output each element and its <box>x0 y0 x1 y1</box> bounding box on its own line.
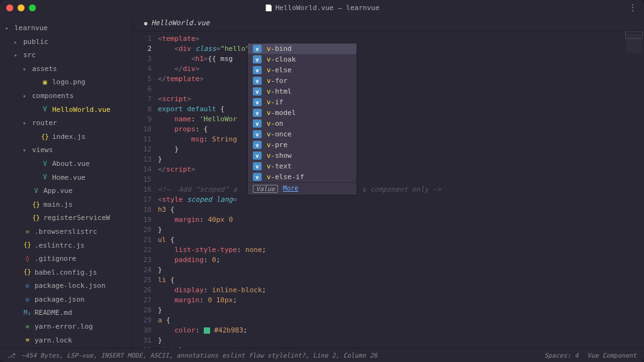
tree-item[interactable]: ⊙package-lock.json <box>5 279 127 293</box>
tree-item[interactable]: ▣logo.png <box>5 75 127 89</box>
tree-item[interactable]: {}main.js <box>5 198 127 212</box>
tree-item[interactable]: ≡yarn.lock <box>5 334 127 348</box>
code-line[interactable]: } <box>158 336 644 346</box>
code-line[interactable]: <h1>{{ msg <box>158 54 644 64</box>
line-number: 24 <box>133 265 152 275</box>
tree-item[interactable]: public <box>5 35 127 49</box>
status-spaces[interactable]: Spaces: 4 <box>545 352 579 359</box>
code-line[interactable]: } <box>158 265 644 275</box>
tree-item[interactable]: learnvue <box>5 21 127 35</box>
code-line[interactable]: li { <box>158 275 644 285</box>
tree-item[interactable]: VApp.vue <box>5 184 127 198</box>
line-number: 13 <box>133 155 152 165</box>
tree-item[interactable]: {}.eslintrc.js <box>5 239 127 253</box>
chevron-icon <box>14 50 20 61</box>
minimize-button[interactable] <box>18 4 25 11</box>
tree-item-label: assets <box>32 63 57 75</box>
code-line[interactable]: name: 'HelloWor <box>158 114 644 124</box>
autocomplete-item[interactable]: vv-else-if <box>248 172 357 182</box>
code-line[interactable] <box>158 175 644 185</box>
code-area[interactable]: <template> <div class="hello" v-> <h1>{{… <box>158 31 644 348</box>
code-line[interactable]: ul { <box>158 235 644 245</box>
overflow-menu-button[interactable]: ⋮ <box>628 3 638 13</box>
autocomplete-item[interactable]: vv-on <box>248 118 357 129</box>
tree-item-label: components <box>32 90 74 102</box>
code-line[interactable]: msg: String <box>158 134 644 145</box>
autocomplete-item[interactable]: vv-else <box>248 65 357 75</box>
code-line[interactable]: <!— Add "scoped" a s component only —> <box>158 185 644 195</box>
code-line[interactable] <box>158 84 644 94</box>
code-editor[interactable]: 1234567891011121314151617181920212223242… <box>133 31 644 348</box>
code-line[interactable]: props: { <box>158 124 644 134</box>
code-line[interactable]: <style scoped lang= <box>158 195 644 205</box>
tree-item[interactable]: {}registerServiceW <box>5 211 127 225</box>
close-button[interactable] <box>6 4 13 11</box>
code-line[interactable]: <script> <box>158 94 644 104</box>
code-line[interactable]: margin: 40px 0 <box>158 215 644 225</box>
autocomplete-item[interactable]: vv-for <box>248 75 357 86</box>
tree-item[interactable]: router <box>5 116 127 130</box>
code-line[interactable]: display: inline-block; <box>158 285 644 295</box>
code-line[interactable]: </script> <box>158 165 644 175</box>
status-language[interactable]: Vue Component <box>587 352 636 359</box>
autocomplete-item[interactable]: vv-once <box>248 129 357 140</box>
tree-item[interactable]: src <box>5 48 127 62</box>
autocomplete-more-link[interactable]: More <box>283 185 298 193</box>
tab-active[interactable]: HelloWorld.vue <box>138 16 216 30</box>
tree-item[interactable]: VHome.vue <box>5 171 127 185</box>
autocomplete-label: v-pre <box>267 141 287 149</box>
code-line[interactable]: } <box>158 305 644 315</box>
code-line[interactable]: </style> <box>158 346 644 348</box>
file-type-icon: ⊙ <box>23 295 31 305</box>
autocomplete-item[interactable]: vv-if <box>248 97 357 107</box>
tree-item[interactable]: ≡yarn-error.log <box>5 320 127 334</box>
autocomplete-item[interactable]: vv-model <box>248 107 357 118</box>
code-line[interactable]: list-style-type: none; <box>158 245 644 255</box>
code-line[interactable]: margin: 0 10px; <box>158 295 644 305</box>
autocomplete-item[interactable]: vv-text <box>248 161 357 172</box>
tree-item-label: README.md <box>35 307 72 319</box>
minimap-thumb[interactable] <box>625 31 643 39</box>
code-line[interactable]: } <box>158 225 644 235</box>
status-text: ~454 Bytes, LSP-vue, INSERT MODE, ASCII,… <box>21 352 377 359</box>
code-line[interactable]: color: #42b983; <box>158 326 644 336</box>
code-line[interactable]: a { <box>158 315 644 326</box>
tree-item[interactable]: M↓README.md <box>5 306 127 320</box>
chevron-icon <box>23 185 29 197</box>
tree-item[interactable]: components <box>5 89 127 103</box>
autocomplete-item[interactable]: vv-pre <box>248 140 357 150</box>
tree-item[interactable]: views <box>5 143 127 157</box>
chevron-icon <box>23 90 29 102</box>
tree-item[interactable]: VAbout.vue <box>5 157 127 171</box>
tabs-bar: HelloWorld.vue <box>133 15 644 31</box>
tree-item[interactable]: VHelloWorld.vue <box>5 103 127 117</box>
autocomplete-item[interactable]: vv-bind <box>248 43 357 54</box>
autocomplete-item[interactable]: vv-cloak <box>248 54 357 65</box>
code-line[interactable]: } <box>158 155 644 165</box>
code-line[interactable]: export default { <box>158 104 644 114</box>
tree-item[interactable]: {}index.js <box>5 130 127 144</box>
code-line[interactable]: padding: 0; <box>158 255 644 265</box>
line-number: 17 <box>133 195 152 205</box>
code-line[interactable]: <div class="hello" v-> <box>158 44 644 54</box>
file-type-icon: V <box>41 104 49 114</box>
autocomplete-item[interactable]: vv-html <box>248 86 357 97</box>
editor-window: HelloWorld.vue — learnvue ⋮ learnvuepubl… <box>0 0 644 362</box>
code-line[interactable]: h3 { <box>158 205 644 215</box>
tree-item[interactable]: {}babel.config.js <box>5 266 127 280</box>
tree-item[interactable]: ⊙package.json <box>5 293 127 307</box>
tree-item[interactable]: assets <box>5 62 127 76</box>
chevron-icon <box>23 63 29 75</box>
code-line[interactable]: <template> <box>158 34 644 44</box>
code-line[interactable]: } <box>158 145 644 155</box>
autocomplete-item[interactable]: vv-show <box>248 150 357 161</box>
code-line[interactable]: </div> <box>158 64 644 74</box>
code-line[interactable]: </template> <box>158 74 644 84</box>
file-tree[interactable]: learnvuepublicsrcassets▣logo.pngcomponen… <box>0 15 132 348</box>
maximize-button[interactable] <box>29 4 36 11</box>
tree-item[interactable]: ≡.browserslistrc <box>5 225 127 239</box>
autocomplete-popup[interactable]: vv-bindvv-cloakvv-elsevv-forvv-htmlvv-if… <box>247 43 357 195</box>
file-type-icon: {} <box>23 267 31 277</box>
tree-item[interactable]: ◊.gitignore <box>5 252 127 266</box>
minimap[interactable] <box>626 34 641 72</box>
